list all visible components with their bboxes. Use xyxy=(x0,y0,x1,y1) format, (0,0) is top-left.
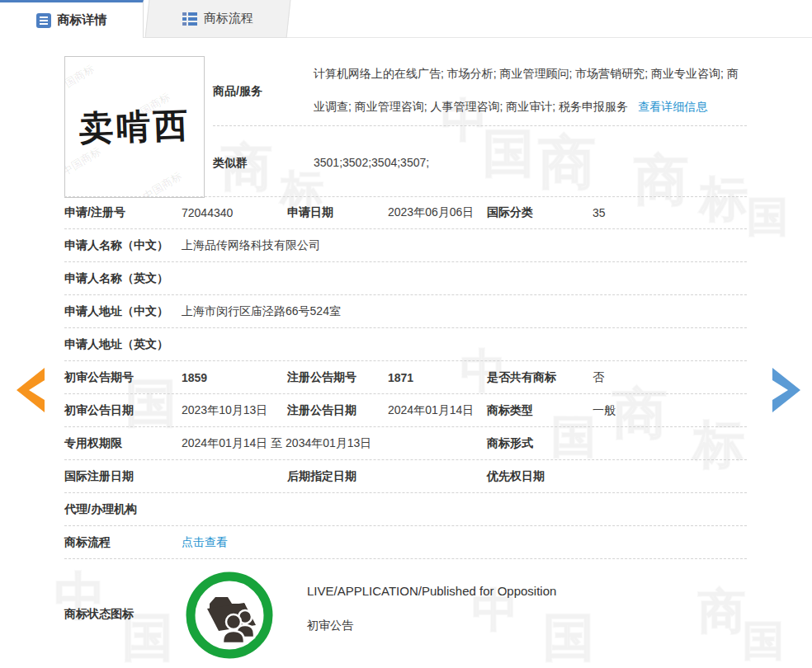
reg-gazette-no-label: 注册公告期号 xyxy=(287,361,356,394)
applicant-cn-label: 申请人名称（中文） xyxy=(64,229,168,262)
process-list-icon xyxy=(182,12,197,26)
row-applicant-name-en: 申请人名称（英文） xyxy=(64,262,747,295)
row-applicant-address-en: 申请人地址（英文） xyxy=(64,328,747,361)
applicant-en-label: 申请人名称（英文） xyxy=(64,262,168,295)
similar-group-value: 3501;3502;3504;3507; xyxy=(314,156,429,169)
tm-type-value: 一般 xyxy=(592,394,616,427)
reg-gazette-date-value: 2024年01月14日 xyxy=(388,394,474,427)
first-gazette-no-value: 1859 xyxy=(182,361,207,394)
intl-class-value: 35 xyxy=(592,196,606,229)
row-agency: 代理/办理机构 xyxy=(64,493,747,526)
first-gazette-no-label: 初审公告期号 xyxy=(64,361,134,394)
status-text-en: LIVE/APPLICATION/Published for Oppositio… xyxy=(307,584,556,598)
reg-gazette-date-label: 注册公告日期 xyxy=(287,394,356,427)
trademark-text: 卖啃西 xyxy=(64,56,205,198)
previous-arrow-button[interactable] xyxy=(8,366,48,414)
background-watermark-glyph: 国 xyxy=(743,620,784,661)
reg-no-value: 72044340 xyxy=(182,196,233,229)
tm-form-label: 商标形式 xyxy=(487,427,533,460)
row-status: 商标状态图标 LIVE/APPLICATION/Published for Op… xyxy=(64,559,747,668)
exclusive-period-label: 专用权期限 xyxy=(64,427,122,460)
address-cn-label: 申请人地址（中文） xyxy=(64,295,168,328)
intl-class-label: 国际分类 xyxy=(487,196,533,229)
view-details-link[interactable]: 查看详细信息 xyxy=(638,100,707,113)
similar-group-label: 类似群 xyxy=(213,156,248,171)
click-to-view-link[interactable]: 点击查看 xyxy=(182,535,228,550)
row-gazette-numbers: 初审公告期号 1859 注册公告期号 1871 是否共有商标 否 xyxy=(64,361,747,394)
is-shared-value: 否 xyxy=(592,361,604,394)
tab-trademark-process[interactable]: 商标流程 xyxy=(145,0,291,38)
exclusive-period-value: 2024年01月14日 至 2034年01月13日 xyxy=(182,427,371,460)
goods-services-label: 商品/服务 xyxy=(213,84,262,99)
process-label: 商标流程 xyxy=(64,526,111,559)
reg-no-label: 申请/注册号 xyxy=(64,196,125,229)
tab-bar: 商标详情 商标流程 xyxy=(0,0,812,38)
row-intl-dates: 国际注册日期 后期指定日期 优先权日期 xyxy=(64,460,747,493)
detail-list-icon xyxy=(36,13,51,28)
address-cn-value: 上海市闵行区庙泾路66号524室 xyxy=(182,295,341,328)
app-date-value: 2023年06月06日 xyxy=(388,196,474,229)
status-folder-icon xyxy=(182,567,277,663)
agency-label: 代理/办理机构 xyxy=(64,493,137,526)
row-applicant-name-cn: 申请人名称（中文） 上海品传网络科技有限公司 xyxy=(64,229,747,262)
background-watermark-glyph: 国 xyxy=(483,128,534,179)
row-applicant-address-cn: 申请人地址（中文） 上海市闵行区庙泾路66号524室 xyxy=(64,295,747,328)
first-gazette-date-value: 2023年10月13日 xyxy=(182,394,267,427)
status-text-cn: 初审公告 xyxy=(307,619,353,633)
reg-gazette-no-value: 1871 xyxy=(388,361,413,394)
row-gazette-dates: 初审公告日期 2023年10月13日 注册公告日期 2024年01月14日 商标… xyxy=(64,394,747,427)
next-arrow-button[interactable] xyxy=(769,366,809,414)
trademark-image[interactable]: 中国商标 中国商标 中国商标 中国商标 卖啃西 xyxy=(64,56,205,198)
tab-process-label: 商标流程 xyxy=(204,11,253,26)
is-shared-label: 是否共有商标 xyxy=(487,361,556,394)
goods-services-value: 计算机网络上的在线广告; 市场分析; 商业管理顾问; 市场营销研究; 商业专业咨… xyxy=(314,57,749,123)
row-process: 商标流程 点击查看 xyxy=(64,526,747,559)
background-watermark-glyph: 商 xyxy=(538,134,596,191)
later-designated-date-label: 后期指定日期 xyxy=(287,460,356,493)
divider xyxy=(213,125,747,126)
tab-trademark-detail[interactable]: 商标详情 xyxy=(0,0,144,38)
status-label: 商标状态图标 xyxy=(64,598,134,631)
tab-detail-label: 商标详情 xyxy=(58,12,107,28)
intl-reg-date-label: 国际注册日期 xyxy=(64,460,134,493)
row-registration-number: 申请/注册号 72044340 申请日期 2023年06月06日 国际分类 35 xyxy=(64,196,747,229)
first-gazette-date-label: 初审公告日期 xyxy=(64,394,134,427)
priority-date-label: 优先权日期 xyxy=(487,460,545,493)
address-en-label: 申请人地址（英文） xyxy=(64,328,168,361)
tm-type-label: 商标类型 xyxy=(487,394,533,427)
app-date-label: 申请日期 xyxy=(287,196,333,229)
applicant-cn-value: 上海品传网络科技有限公司 xyxy=(182,229,320,262)
trademark-detail-page: 商 标 中 国 商 商 标 国 国 中 商 标 国 中 国 中 国 商 国 商标… xyxy=(0,0,812,668)
row-exclusive-period: 专用权期限 2024年01月14日 至 2034年01月13日 商标形式 xyxy=(64,427,747,460)
background-watermark-glyph: 国 xyxy=(747,196,788,238)
